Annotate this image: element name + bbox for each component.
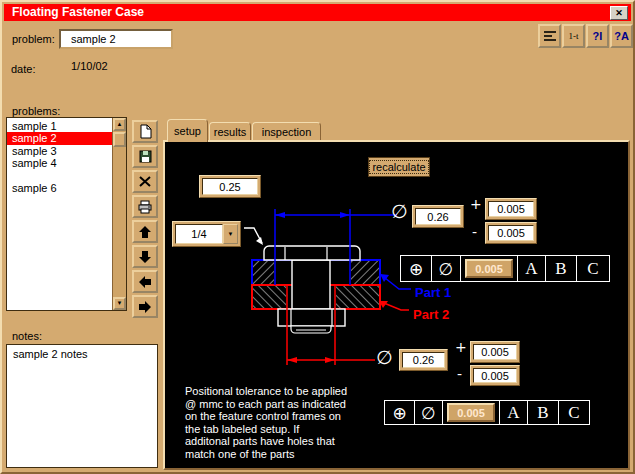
help-item-icon: ?I	[593, 30, 603, 42]
new-document-icon	[138, 124, 153, 139]
part1-plus-tol-input[interactable]	[488, 201, 534, 217]
setup-panel: recalculate ▼ ∅ + -	[165, 142, 628, 468]
tolerance-button-icon: 1-t	[569, 31, 579, 41]
date-value: 1/10/02	[71, 60, 108, 72]
part2-fcf-tolerance-input[interactable]	[447, 403, 495, 422]
list-item[interactable]	[7, 170, 112, 182]
arrow-left-icon	[138, 275, 152, 289]
minus-sign: -	[457, 366, 462, 382]
part2-minus-tol-input[interactable]	[473, 368, 517, 383]
diameter-icon: ∅	[421, 403, 436, 423]
list-item[interactable]: sample 1	[7, 120, 112, 132]
move-right-button[interactable]	[132, 295, 158, 318]
fcf-cell: A	[499, 401, 527, 424]
scroll-up-button[interactable]: ▲	[113, 118, 126, 131]
delete-problem-button[interactable]	[132, 170, 158, 193]
help-item-button[interactable]: ?I	[586, 24, 609, 48]
setup-description: Positional tolerance to be applied @ mmc…	[185, 385, 363, 460]
list-scrollbar[interactable]: ▲ ▼	[112, 118, 126, 310]
recalculate-button[interactable]: recalculate	[368, 157, 430, 177]
help-about-icon: ?A	[614, 30, 629, 42]
move-left-button[interactable]	[132, 270, 158, 293]
scroll-up-icon: ▲	[117, 121, 123, 127]
tab-results-label: results	[214, 126, 246, 138]
notes-label: notes:	[12, 330, 42, 342]
part2-plus-tol-frame	[470, 341, 520, 363]
arrow-right-icon	[138, 300, 152, 314]
part2-minus-tol-frame	[470, 365, 520, 386]
diameter-icon: ∅	[439, 259, 454, 279]
close-icon: ✕	[615, 8, 623, 18]
tolerance-button[interactable]: 1-t	[562, 24, 585, 48]
tab-results[interactable]: results	[209, 122, 251, 140]
scroll-down-icon: ▼	[117, 300, 123, 306]
move-down-button[interactable]	[132, 245, 158, 268]
datum-b: B	[537, 403, 548, 423]
save-problem-button[interactable]	[132, 145, 158, 168]
move-up-button[interactable]	[132, 220, 158, 243]
fcf-cell: B	[545, 256, 576, 281]
minus-sign: -	[472, 224, 477, 240]
part2-plus-tol-input[interactable]	[473, 344, 517, 360]
plus-sign: +	[470, 196, 482, 212]
fcf-cell: ⊕	[385, 401, 414, 424]
justify-lines-icon	[543, 30, 557, 42]
list-item[interactable]: sample 6	[7, 182, 112, 194]
part1-minus-tol-input[interactable]	[488, 225, 534, 241]
position-symbol-icon: ⊕	[392, 403, 406, 423]
titlebar[interactable]: Floating Fastener Case ✕	[4, 4, 631, 21]
save-floppy-icon	[138, 149, 153, 164]
fastener-length-field-frame	[199, 175, 261, 198]
fcf-cell: ⊕	[401, 256, 431, 281]
part2-label: Part 2	[413, 307, 449, 322]
tab-setup-label: setup	[174, 125, 201, 137]
fcf-cell: C	[558, 401, 589, 424]
part1-dia-input[interactable]	[415, 208, 461, 225]
arrow-down-icon	[138, 250, 152, 264]
recalculate-label: recalculate	[369, 160, 428, 174]
part1-label: Part 1	[415, 285, 451, 300]
tab-setup[interactable]: setup	[167, 119, 208, 142]
part1-fcf-tolerance-input[interactable]	[465, 259, 513, 278]
part2-dia-field-frame	[399, 349, 448, 371]
datum-a: A	[507, 403, 519, 423]
chevron-down-icon: ▼	[228, 231, 234, 237]
delete-x-icon	[138, 174, 153, 189]
tab-inspection[interactable]: inspection	[252, 122, 321, 140]
window-title: Floating Fastener Case	[12, 5, 144, 19]
part1-minus-tol-frame	[485, 222, 537, 244]
datum-a: A	[525, 259, 537, 279]
fcf-cell: ∅	[414, 401, 442, 424]
datum-b: B	[555, 259, 566, 279]
list-item[interactable]: sample 3	[7, 145, 112, 157]
fcf-cell: ∅	[431, 256, 460, 281]
print-button[interactable]	[132, 195, 158, 218]
part1-feature-control-frame: ⊕ ∅ A B C	[400, 255, 610, 282]
fastener-size-value[interactable]	[175, 224, 223, 244]
position-symbol-icon: ⊕	[409, 259, 423, 279]
part1-dia-field-frame	[412, 205, 464, 228]
list-problems-button[interactable]	[538, 24, 561, 48]
list-item[interactable]: sample 4	[7, 157, 112, 169]
scrollbar-thumb[interactable]	[113, 132, 126, 147]
dropdown-button[interactable]: ▼	[223, 224, 238, 244]
problems-listbox[interactable]: sample 1 sample 2 sample 3 sample 4 samp…	[6, 117, 127, 311]
tab-inspection-label: inspection	[262, 126, 312, 138]
arrow-up-icon	[138, 225, 152, 239]
close-button[interactable]: ✕	[610, 6, 628, 20]
datum-c: C	[568, 403, 579, 423]
fastener-size-dropdown[interactable]: ▼	[172, 221, 241, 247]
list-item-selected[interactable]: sample 2	[7, 132, 112, 144]
fcf-cell: A	[517, 256, 545, 281]
notes-textarea[interactable]: sample 2 notes	[6, 344, 158, 468]
fastener-length-input[interactable]	[202, 178, 258, 195]
part2-dia-input[interactable]	[402, 352, 445, 368]
diameter-icon: ∅	[391, 200, 408, 222]
help-about-button[interactable]: ?A	[610, 24, 633, 48]
problem-label: problem:	[12, 33, 55, 45]
problems-label: problems:	[12, 105, 60, 117]
problem-input[interactable]	[59, 29, 173, 49]
scroll-down-button[interactable]: ▼	[113, 297, 126, 310]
date-label: date:	[11, 63, 35, 75]
new-problem-button[interactable]	[132, 120, 158, 143]
